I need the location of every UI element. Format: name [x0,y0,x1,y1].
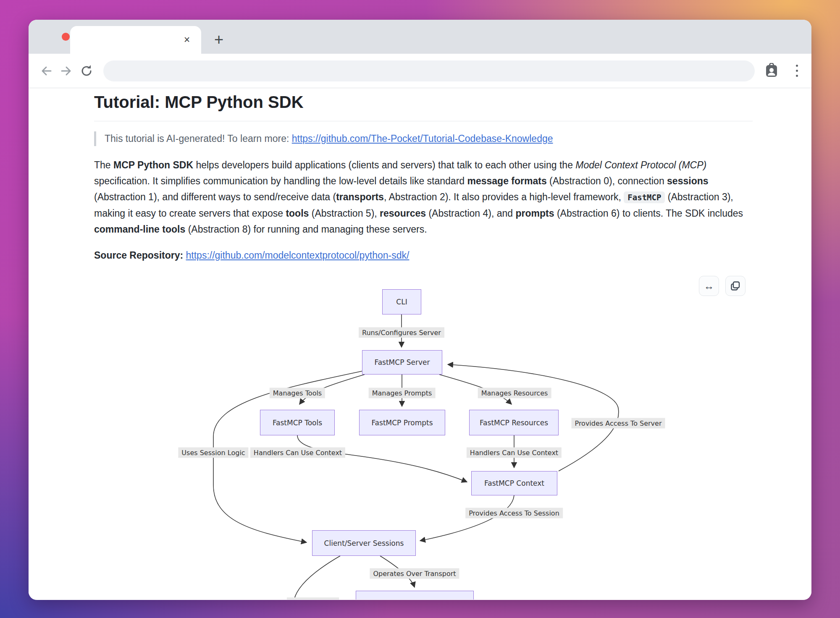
expand-icon: ↔ [704,280,714,292]
edge-server-sessions [213,371,362,542]
diagram-controls: ↔ [699,276,746,296]
ai-generated-note: This tutorial is AI-generated! To learn … [94,131,753,146]
browser-window: × + [29,20,811,600]
node-transport [356,591,474,600]
address-bar[interactable] [103,60,755,81]
edge-label-manages-prompts: Manages Prompts [369,388,436,398]
edge-label-manages-resources: Manages Resources [478,388,551,398]
note-text: This tutorial is AI-generated! To learn … [105,133,292,144]
edge-label-operates-over-transport: Operates Over Transport [370,568,459,579]
forward-icon[interactable] [58,63,75,79]
edge-context-sessions [420,495,514,541]
node-cli: CLI [382,289,421,314]
tab-strip: × + [29,20,811,54]
tutorial-codebase-link[interactable]: https://github.com/The-Pocket/Tutorial-C… [292,133,553,144]
reload-icon[interactable] [78,63,95,79]
copy-icon [730,281,740,291]
edge-sessions-bottom-left [294,556,340,600]
source-repository-line: Source Repository: https://github.com/mo… [94,250,753,261]
edge-label-provides-access-to-server: Provides Access To Server [572,418,665,429]
edge-label-handlers-can-use-context-left: Handlers Can Use Context [250,448,345,458]
copy-diagram-button[interactable] [725,276,746,296]
edge-context-server [448,364,619,471]
intro-paragraph: The MCP Python SDK helps developers buil… [94,157,753,237]
node-prompts: FastMCP Prompts [359,410,445,435]
page-title: Tutorial: MCP Python SDK [94,91,753,121]
node-context: FastMCP Context [471,471,557,495]
edge-label-runs-configures-server: Runs/Configures Server [359,327,444,338]
close-window-button[interactable] [62,33,70,41]
node-resources: FastMCP Resources [469,410,559,435]
edge-server-resources [439,374,512,404]
browser-toolbar [29,54,811,88]
source-repository-link[interactable]: https://github.com/modelcontextprotocol/… [186,250,410,261]
expand-diagram-button[interactable]: ↔ [699,276,719,296]
edge-sessions-transport [380,556,415,587]
source-repository-label: Source Repository: [94,250,186,261]
edge-tools-context [297,435,467,482]
edge-label-provides-access-to-session: Provides Access To Session [465,508,563,518]
tab-close-icon[interactable]: × [179,32,194,47]
node-tools: FastMCP Tools [260,410,335,435]
edge-label-uses-session-logic: Uses Session Logic [178,448,248,458]
edge-label-partial-label [287,597,339,600]
edge-label-handlers-can-use-context-right: Handlers Can Use Context [467,448,562,458]
page-content: Tutorial: MCP Python SDK This tutorial i… [29,88,811,600]
node-sessions: Client/Server Sessions [312,530,416,556]
browser-tab[interactable]: × [70,26,201,54]
edge-label-manages-tools: Manages Tools [270,388,325,398]
profile-icon[interactable] [763,63,780,79]
edge-server-tools [299,374,365,404]
new-tab-button[interactable]: + [208,29,229,50]
back-icon[interactable] [38,63,55,79]
node-server: FastMCP Server [362,350,442,374]
menu-kebab-icon[interactable] [792,63,802,79]
